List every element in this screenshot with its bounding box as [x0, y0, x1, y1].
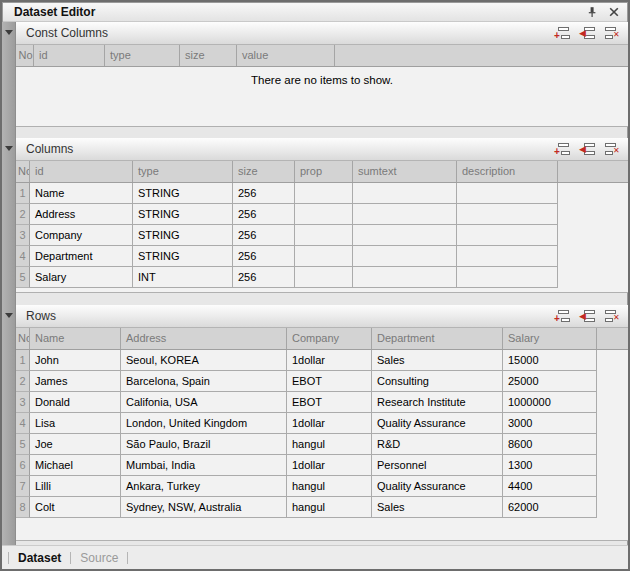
- table-cell[interactable]: Address: [30, 204, 133, 225]
- table-cell[interactable]: Ankara, Turkey: [121, 476, 287, 497]
- table-cell[interactable]: Michael: [30, 455, 121, 476]
- table-cell[interactable]: 256: [233, 267, 295, 288]
- table-cell[interactable]: STRING: [133, 225, 233, 246]
- table-cell[interactable]: [457, 183, 558, 204]
- table-cell[interactable]: hangul: [287, 434, 372, 455]
- table-cell[interactable]: Sydney, NSW, Australia: [121, 497, 287, 518]
- table-cell[interactable]: 1300: [503, 455, 597, 476]
- table-cell[interactable]: Salary: [30, 267, 133, 288]
- insert-row-icon[interactable]: ◀: [579, 309, 596, 323]
- table-cell[interactable]: John: [30, 350, 121, 371]
- table-cell[interactable]: 8600: [503, 434, 597, 455]
- table-cell[interactable]: Mumbai, India: [121, 455, 287, 476]
- table-cell[interactable]: 15000: [503, 350, 597, 371]
- table-cell[interactable]: 256: [233, 246, 295, 267]
- table-cell[interactable]: INT: [133, 267, 233, 288]
- table-cell[interactable]: [295, 246, 353, 267]
- table-cell[interactable]: Lisa: [30, 413, 121, 434]
- table-cell[interactable]: [353, 267, 457, 288]
- column-header[interactable]: No: [16, 328, 30, 349]
- table-cell[interactable]: [457, 204, 558, 225]
- table-cell[interactable]: Research Institute: [372, 392, 503, 413]
- table-cell[interactable]: 256: [233, 204, 295, 225]
- table-cell[interactable]: R&D: [372, 434, 503, 455]
- add-row-icon[interactable]: +: [554, 26, 571, 40]
- table-cell[interactable]: [457, 225, 558, 246]
- table-cell[interactable]: Name: [30, 183, 133, 204]
- table-cell[interactable]: 1000000: [503, 392, 597, 413]
- row-number-cell[interactable]: 7: [16, 476, 30, 497]
- column-header[interactable]: Name: [30, 328, 121, 349]
- insert-row-icon[interactable]: ◀: [579, 142, 596, 156]
- row-number-cell[interactable]: 2: [16, 204, 30, 225]
- add-row-icon[interactable]: +: [554, 142, 571, 156]
- delete-row-icon[interactable]: ✕: [604, 309, 621, 323]
- column-header[interactable]: id: [34, 45, 105, 66]
- column-header[interactable]: value: [237, 45, 335, 66]
- table-cell[interactable]: Lilli: [30, 476, 121, 497]
- table-cell[interactable]: Barcelona, Spain: [121, 371, 287, 392]
- close-icon[interactable]: [608, 6, 620, 18]
- row-number-cell[interactable]: 8: [16, 497, 30, 518]
- table-cell[interactable]: Consulting: [372, 371, 503, 392]
- table-cell[interactable]: [295, 204, 353, 225]
- table-cell[interactable]: [457, 246, 558, 267]
- row-number-cell[interactable]: 5: [16, 434, 30, 455]
- table-cell[interactable]: Colt: [30, 497, 121, 518]
- column-header[interactable]: sumtext: [353, 161, 457, 182]
- column-header[interactable]: prop: [295, 161, 353, 182]
- collapse-arrow-icon[interactable]: [5, 313, 13, 318]
- row-number-cell[interactable]: 5: [16, 267, 30, 288]
- table-cell[interactable]: STRING: [133, 246, 233, 267]
- column-header[interactable]: Salary: [503, 328, 597, 349]
- add-row-icon[interactable]: +: [554, 309, 571, 323]
- column-header[interactable]: No: [16, 45, 34, 66]
- table-cell[interactable]: [295, 267, 353, 288]
- table-cell[interactable]: [295, 225, 353, 246]
- table-cell[interactable]: 256: [233, 225, 295, 246]
- row-number-cell[interactable]: 1: [16, 183, 30, 204]
- table-cell[interactable]: Seoul, KOREA: [121, 350, 287, 371]
- table-cell[interactable]: Quality Assurance: [372, 413, 503, 434]
- table-cell[interactable]: hangul: [287, 497, 372, 518]
- table-cell[interactable]: [353, 183, 457, 204]
- row-number-cell[interactable]: 6: [16, 455, 30, 476]
- table-cell[interactable]: 4400: [503, 476, 597, 497]
- column-header[interactable]: Company: [287, 328, 372, 349]
- table-cell[interactable]: EBOT: [287, 371, 372, 392]
- tab-source[interactable]: Source: [80, 551, 118, 565]
- row-number-cell[interactable]: 3: [16, 392, 30, 413]
- row-number-cell[interactable]: 4: [16, 246, 30, 267]
- table-cell[interactable]: Department: [30, 246, 133, 267]
- table-cell[interactable]: STRING: [133, 204, 233, 225]
- table-cell[interactable]: 1dollar: [287, 413, 372, 434]
- table-cell[interactable]: 25000: [503, 371, 597, 392]
- delete-row-icon[interactable]: ✕: [604, 26, 621, 40]
- pin-icon[interactable]: [586, 6, 598, 18]
- table-cell[interactable]: 3000: [503, 413, 597, 434]
- table-cell[interactable]: hangul: [287, 476, 372, 497]
- table-cell[interactable]: 256: [233, 183, 295, 204]
- insert-row-icon[interactable]: ◀: [579, 26, 596, 40]
- table-cell[interactable]: Joe: [30, 434, 121, 455]
- table-cell[interactable]: Quality Assurance: [372, 476, 503, 497]
- column-header[interactable]: size: [180, 45, 237, 66]
- table-cell[interactable]: Sales: [372, 350, 503, 371]
- table-cell[interactable]: James: [30, 371, 121, 392]
- table-cell[interactable]: [457, 267, 558, 288]
- column-header[interactable]: size: [233, 161, 295, 182]
- table-cell[interactable]: Personnel: [372, 455, 503, 476]
- table-cell[interactable]: London, United Kingdom: [121, 413, 287, 434]
- table-cell[interactable]: EBOT: [287, 392, 372, 413]
- column-header[interactable]: description: [457, 161, 558, 182]
- delete-row-icon[interactable]: ✕: [604, 142, 621, 156]
- table-cell[interactable]: [353, 225, 457, 246]
- table-cell[interactable]: Califonia, USA: [121, 392, 287, 413]
- table-cell[interactable]: Company: [30, 225, 133, 246]
- table-cell[interactable]: STRING: [133, 183, 233, 204]
- tab-dataset[interactable]: Dataset: [18, 551, 61, 565]
- column-header[interactable]: No: [16, 161, 30, 182]
- table-cell[interactable]: [353, 246, 457, 267]
- table-cell[interactable]: [353, 204, 457, 225]
- row-number-cell[interactable]: 4: [16, 413, 30, 434]
